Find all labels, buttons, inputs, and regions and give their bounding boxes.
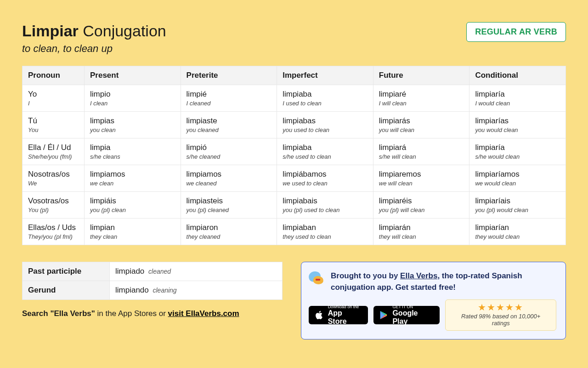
- column-header: Present: [85, 66, 181, 85]
- ellaverbs-promo-link[interactable]: Ella Verbs: [400, 271, 437, 280]
- conjugation-cell: limpiós/he cleaned: [181, 138, 277, 165]
- gplay-big-text: Google Play: [392, 309, 434, 325]
- conjugation-cell: limpiamoswe cleaned: [181, 165, 277, 192]
- conjugation-cell: limpiaránthey will clean: [373, 218, 469, 245]
- conjugation-cell: limpiarásyou will clean: [373, 112, 469, 138]
- appstore-big-text: App Store: [328, 309, 362, 325]
- table-row: Gerundlimpiando cleaning: [23, 281, 283, 300]
- table-row: Ellas/os / UdsThey/you (pl fml)limpianth…: [23, 218, 566, 245]
- title-suffix: Conjugation: [79, 22, 166, 40]
- search-instruction: Search "Ella Verbs" in the App Stores or…: [22, 309, 283, 318]
- conjugation-cell: limpiarás/he will clean: [373, 138, 469, 165]
- conjugation-table: PronounPresentPreteriteImperfectFutureCo…: [22, 66, 566, 245]
- apple-icon: [314, 310, 324, 320]
- conjugation-cell: limpiabas/he used to clean: [277, 138, 373, 165]
- conjugation-cell: limpiasteisyou (pl) cleaned: [181, 192, 277, 218]
- verb-name: Limpiar: [22, 22, 79, 40]
- conjugation-cell: limpiaremoswe will clean: [373, 165, 469, 192]
- conjugation-cell: limpiabasyou used to clean: [277, 112, 373, 138]
- stars-icon: ★★★★★: [452, 303, 549, 312]
- conjugation-cell: limpiasteyou cleaned: [181, 112, 277, 138]
- conjugation-cell: limpiabaisyou (pl) used to clean: [277, 192, 373, 218]
- column-header: Preterite: [181, 66, 277, 85]
- participle-value: limpiado cleaned: [110, 262, 283, 281]
- conjugation-cell: limpiasyou clean: [85, 112, 181, 138]
- conjugation-cell: limpiabaI used to clean: [277, 85, 373, 112]
- rating-text: Rated 98% based on 10,000+ ratings: [452, 313, 549, 327]
- column-header: Conditional: [469, 66, 566, 85]
- pronoun-cell: Ellas/os / UdsThey/you (pl fml): [23, 218, 85, 245]
- verb-type-badge: REGULAR AR VERB: [466, 22, 566, 42]
- page-title: Limpiar Conjugation: [22, 22, 166, 40]
- google-play-icon: [379, 310, 389, 320]
- conjugation-cell: limpiéI cleaned: [181, 85, 277, 112]
- conjugation-cell: limpiaréI will clean: [373, 85, 469, 112]
- conjugation-cell: limpioI clean: [85, 85, 181, 112]
- gplay-small-text: GET IT ON: [392, 305, 434, 309]
- ellaverbs-link[interactable]: visit EllaVerbs.com: [168, 309, 239, 318]
- verb-translation: to clean, to clean up: [22, 43, 166, 55]
- google-play-button[interactable]: GET IT ON Google Play: [373, 306, 440, 324]
- promo-text: Brought to you by Ella Verbs, the top-ra…: [331, 270, 556, 293]
- conjugation-cell: limpiaríanthey would clean: [469, 218, 566, 245]
- column-header: Pronoun: [23, 66, 85, 85]
- conjugation-cell: limpiarías/he would clean: [469, 138, 566, 165]
- pronoun-cell: TúYou: [23, 112, 85, 138]
- conjugation-cell: limpiaríaI would clean: [469, 85, 566, 112]
- ellaverbs-icon: [309, 270, 325, 287]
- conjugation-cell: limpias/he cleans: [85, 138, 181, 165]
- table-row: Nosotras/osWelimpiamoswe cleanlimpiamosw…: [23, 165, 566, 192]
- table-row: YoIlimpioI cleanlimpiéI cleanedlimpiabaI…: [23, 85, 566, 112]
- conjugation-cell: limpiabanthey used to clean: [277, 218, 373, 245]
- conjugation-cell: limpiaríaisyou (pl) would clean: [469, 192, 566, 218]
- conjugation-cell: limpiamoswe clean: [85, 165, 181, 192]
- conjugation-cell: limpianthey clean: [85, 218, 181, 245]
- conjugation-cell: limpiaríamoswe would clean: [469, 165, 566, 192]
- appstore-small-text: Download on the: [328, 305, 362, 309]
- conjugation-cell: limpiaronthey cleaned: [181, 218, 277, 245]
- pronoun-cell: YoI: [23, 85, 85, 112]
- search-middle: in the App Stores or: [95, 309, 168, 318]
- conjugation-cell: limpiaríasyou would clean: [469, 112, 566, 138]
- promo-box: Brought to you by Ella Verbs, the top-ra…: [301, 262, 566, 339]
- rating-box: ★★★★★ Rated 98% based on 10,000+ ratings: [445, 299, 556, 331]
- participles-table: Past participlelimpiado cleanedGerundlim…: [22, 262, 283, 300]
- column-header: Future: [373, 66, 469, 85]
- participle-label: Past participle: [23, 262, 110, 281]
- table-row: TúYoulimpiasyou cleanlimpiasteyou cleane…: [23, 112, 566, 138]
- participle-label: Gerund: [23, 281, 110, 300]
- conjugation-cell: limpiáisyou (pl) clean: [85, 192, 181, 218]
- pronoun-cell: Nosotras/osWe: [23, 165, 85, 192]
- table-row: Vosotras/osYou (pl)limpiáisyou (pl) clea…: [23, 192, 566, 218]
- conjugation-cell: limpiábamoswe used to clean: [277, 165, 373, 192]
- app-store-button[interactable]: Download on the App Store: [309, 306, 368, 324]
- search-prefix: Search "Ella Verbs": [22, 309, 95, 318]
- pronoun-cell: Vosotras/osYou (pl): [23, 192, 85, 218]
- pronoun-cell: Ella / Él / UdShe/he/you (fml): [23, 138, 85, 165]
- table-row: Past participlelimpiado cleaned: [23, 262, 283, 281]
- conjugation-cell: limpiaréisyou (pl) will clean: [373, 192, 469, 218]
- participle-value: limpiando cleaning: [110, 281, 283, 300]
- table-row: Ella / Él / UdShe/he/you (fml)limpias/he…: [23, 138, 566, 165]
- column-header: Imperfect: [277, 66, 373, 85]
